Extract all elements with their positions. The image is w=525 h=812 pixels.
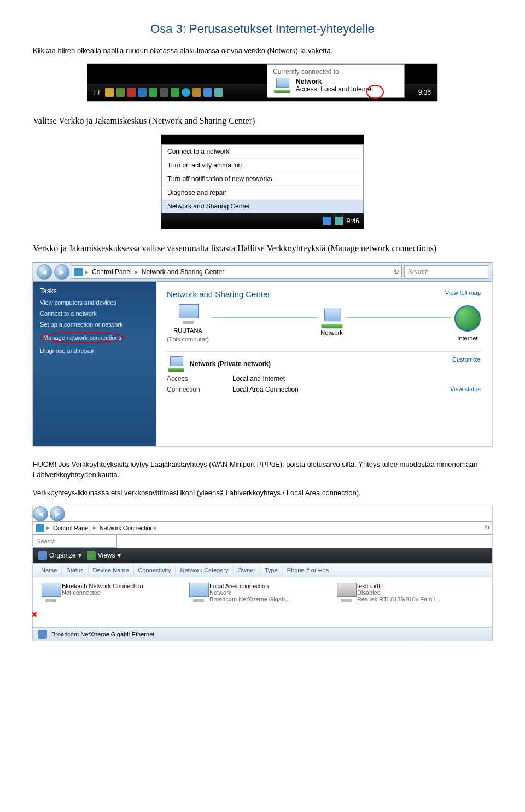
- taskbar: 9:46: [161, 213, 364, 229]
- search-input[interactable]: Search: [33, 535, 117, 548]
- tray-icon[interactable]: [160, 88, 168, 97]
- organize-icon: [38, 551, 47, 560]
- tray-icon[interactable]: [116, 88, 125, 97]
- forward-button[interactable]: ►: [54, 264, 69, 280]
- connection-status: Not connected: [62, 589, 143, 596]
- breadcrumb-sep: ▸: [46, 524, 50, 531]
- context-menu: Connect to a network Turn on activity an…: [161, 144, 364, 213]
- connection-status: Disabled: [357, 589, 440, 596]
- connection-testiportti[interactable]: testiportti Disabled Realtek RTL8139/810…: [334, 583, 471, 621]
- toolbar: Organize ▾ Views ▾: [33, 548, 492, 563]
- network-name: Network (Private network): [190, 360, 271, 368]
- network-tray-icon[interactable]: [323, 217, 331, 225]
- tooltip-network-name: Network: [296, 78, 373, 85]
- views-button[interactable]: Views ▾: [87, 551, 121, 560]
- tray-icon[interactable]: [105, 88, 114, 97]
- control-panel-icon: [74, 268, 83, 276]
- connection-name: testiportti: [357, 583, 440, 589]
- network-section: Customize Network (Private network) Acce…: [167, 351, 481, 398]
- status-text: Broadcom NetXtreme Gigabit Ethernet: [51, 631, 154, 637]
- col-phone[interactable]: Phone # or Hos: [283, 566, 333, 575]
- tray-icon[interactable]: [171, 88, 179, 97]
- tray-icon[interactable]: [149, 88, 158, 97]
- language-indicator[interactable]: FI: [91, 89, 103, 96]
- paragraph-4b: Verkkoyhteys-ikkunassa etsi verkkosovitt…: [33, 488, 492, 498]
- menu-item-diagnose[interactable]: Diagnose and repair: [162, 186, 363, 200]
- connection-name: Local Area connection: [209, 583, 290, 589]
- col-status[interactable]: Status: [62, 566, 88, 575]
- paragraph-4a: HUOM! Jos Verkkoyhteyksistä löytyy Laaja…: [33, 460, 492, 480]
- address-bar[interactable]: ▸ Control Panel ▸ Network and Sharing Ce…: [72, 265, 402, 279]
- sidebar-heading: Tasks: [40, 287, 149, 295]
- crumb-control-panel[interactable]: Control Panel: [91, 268, 133, 276]
- map-node-network: Network: [320, 311, 342, 336]
- tray-icon[interactable]: [192, 88, 201, 97]
- sidebar-item-view-computers[interactable]: View computers and devices: [40, 299, 149, 306]
- view-status-link[interactable]: View status: [450, 386, 481, 393]
- menu-item-connect[interactable]: Connect to a network: [162, 145, 363, 159]
- control-panel-icon: [36, 524, 44, 532]
- network-map: RUUTANA (This computer) Network Internet: [167, 304, 481, 343]
- highlight-circle: Manage network connections: [40, 332, 125, 343]
- node-label: Network: [320, 329, 342, 336]
- volume-icon[interactable]: [214, 88, 223, 97]
- main-panel: View full map Network and Sharing Center…: [156, 282, 492, 446]
- menu-item-notification-off[interactable]: Turn off notification of new networks: [162, 172, 363, 186]
- paragraph-1: Klikkaa hiiren oikealla napilla ruudun o…: [33, 46, 492, 56]
- highlight-circle: [366, 85, 384, 99]
- col-type[interactable]: Type: [260, 566, 283, 575]
- network-tray-icon[interactable]: [203, 88, 212, 97]
- sidebar-item-setup[interactable]: Set up a connection or network: [40, 321, 149, 328]
- network-icon: [319, 309, 343, 328]
- paragraph-3: Verkko ja Jakamiskeskuksessa valitse vas…: [33, 242, 492, 254]
- connection-network: Network: [209, 589, 290, 596]
- forward-button[interactable]: ►: [50, 506, 65, 521]
- tray-icon[interactable]: [182, 88, 190, 97]
- connection-name: Bluetooth Network Connection: [62, 583, 143, 589]
- back-button[interactable]: ◄: [37, 264, 52, 280]
- main-heading: Network and Sharing Center: [167, 289, 481, 299]
- menu-item-animation-on[interactable]: Turn on activity animation: [162, 159, 363, 172]
- column-headers: Name Status Device Name Connectivity Net…: [33, 563, 492, 577]
- taskbar-clock[interactable]: 9:36: [418, 89, 434, 96]
- col-connectivity[interactable]: Connectivity: [134, 566, 176, 575]
- view-full-map-link[interactable]: View full map: [445, 289, 481, 296]
- address-bar[interactable]: ▸ Control Panel ▸ Network Connections ↻: [33, 521, 492, 535]
- access-value: Local and Internet: [232, 375, 285, 382]
- col-device[interactable]: Device Name: [89, 566, 134, 575]
- screenshot-sharing-center: ◄ ► ▸ Control Panel ▸ Network and Sharin…: [33, 262, 492, 446]
- window-chrome: ◄ ► ▸ Control Panel ▸ Network and Sharin…: [33, 262, 492, 282]
- connections-list: ✖ Bluetooth Network Connection Not conne…: [33, 577, 492, 627]
- bluetooth-icon: ✖: [39, 583, 59, 599]
- status-bar: Broadcom NetXtreme Gigabit Ethernet: [33, 627, 492, 641]
- col-owner[interactable]: Owner: [234, 566, 260, 575]
- crumb-network-connections[interactable]: Network Connections: [98, 525, 158, 531]
- heading: Osa 3: Perusasetukset Internet-yhteydell…: [33, 22, 492, 36]
- sidebar-item-diagnose[interactable]: Diagnose and repair: [40, 347, 149, 354]
- back-button[interactable]: ◄: [33, 506, 48, 521]
- refresh-icon[interactable]: ↻: [485, 524, 489, 531]
- sidebar-item-connect[interactable]: Connect to a network: [40, 310, 149, 317]
- menu-item-sharing-center[interactable]: Network and Sharing Center: [162, 200, 363, 213]
- organize-button[interactable]: Organize ▾: [38, 551, 81, 560]
- refresh-icon[interactable]: ↻: [394, 268, 399, 276]
- customize-link[interactable]: Customize: [452, 356, 481, 363]
- tray-icon[interactable]: [138, 88, 147, 97]
- globe-icon: [454, 305, 481, 332]
- volume-icon[interactable]: [335, 217, 343, 225]
- sidebar-item-manage[interactable]: Manage network connections: [40, 332, 149, 343]
- tasks-sidebar: Tasks View computers and devices Connect…: [33, 282, 156, 446]
- map-node-internet: Internet: [454, 305, 481, 341]
- connection-bluetooth[interactable]: ✖ Bluetooth Network Connection Not conne…: [39, 583, 176, 621]
- computer-icon: [176, 304, 200, 324]
- col-category[interactable]: Network Category: [176, 566, 233, 575]
- crumb-sharing-center[interactable]: Network and Sharing Center: [141, 268, 225, 276]
- tray-icon[interactable]: [127, 88, 136, 97]
- taskbar-clock[interactable]: 9:46: [347, 217, 359, 225]
- window-chrome: ◄ ► ▸ Control Panel ▸ Network Connection…: [33, 506, 492, 548]
- col-name[interactable]: Name: [37, 566, 62, 575]
- search-input[interactable]: Search: [404, 265, 488, 279]
- connection-lan[interactable]: Local Area connection Network Broadcom N…: [186, 583, 323, 621]
- map-node-computer: RUUTANA (This computer): [167, 304, 209, 343]
- crumb-control-panel[interactable]: Control Panel: [52, 525, 91, 531]
